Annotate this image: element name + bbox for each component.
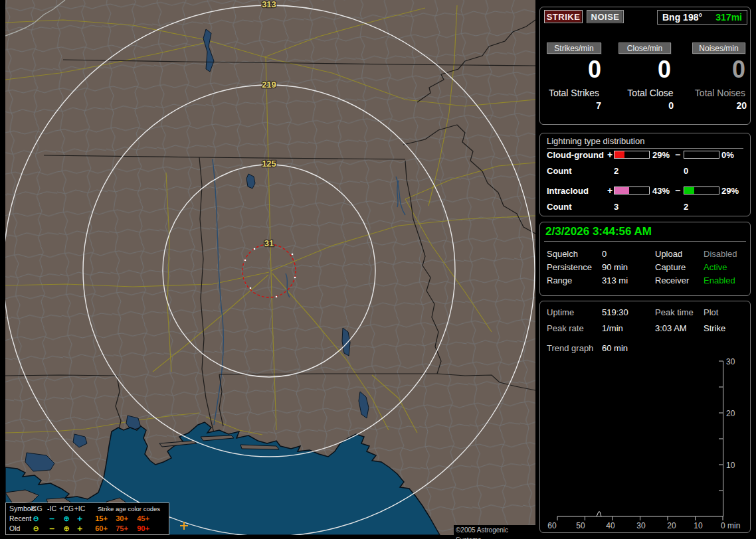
peak-rate-label: Peak rate (547, 323, 584, 333)
cg-count-label: Count (547, 166, 572, 176)
trend-graph-value: 60 min (602, 343, 628, 353)
copyright-bar: ©2005 Astrogenic Systems (454, 525, 535, 535)
total-strikes-label: Total Strikes (544, 88, 604, 98)
nexstorm-window: 313 219 125 31 Symbols -CG -IC +CG +IC S… (0, 0, 756, 539)
ic-minus-bar (684, 187, 719, 194)
squelch-label: Squelch (547, 249, 578, 259)
range-label: Range (547, 275, 572, 285)
ic-minus-pct: 29% (721, 186, 739, 196)
session-panel: Uptime 519:30 Peak time Plot Peak rate 1… (539, 301, 751, 533)
age-45: 45+ (136, 514, 151, 523)
trend-y-30: 30 (726, 357, 735, 366)
ring-label-31: 31 (264, 238, 274, 248)
distribution-panel: Lightning type distribution Cloud-ground… (539, 133, 751, 216)
trend-x-0min: 0 min (721, 521, 740, 529)
cg-plus-sign: + (607, 149, 613, 160)
map-legend: Symbols -CG -IC +CG +IC Strike age color… (5, 502, 169, 535)
cg-plus-count: 2 (614, 166, 618, 176)
peak-time-label: Peak time (655, 307, 694, 317)
upload-value: Disabled (704, 249, 737, 259)
trend-x-10: 10 (694, 521, 703, 529)
trend-spike (597, 512, 601, 516)
ring-label-125: 125 (262, 159, 276, 169)
ic-count-label: Count (547, 202, 572, 212)
ic-plus-bar-fill (614, 187, 629, 194)
uptime-value: 519:30 (602, 307, 628, 317)
trend-y-20: 20 (726, 409, 735, 418)
trend-x-50: 50 (576, 521, 585, 529)
legend-col-neg-cg: -CG (29, 504, 43, 513)
noise-button[interactable]: NOISE (587, 10, 624, 23)
age-30: 30+ (114, 514, 130, 523)
legend-col-neg-ic: -IC (45, 504, 59, 513)
noises-per-min-chip[interactable]: Noises/min (692, 42, 745, 54)
datetime-display: 2/3/2026 3:44:56 AM (545, 225, 652, 238)
cloud-ground-label: Cloud-ground (547, 150, 604, 160)
ic-plus-bar (614, 187, 650, 194)
total-close-value: 0 (620, 100, 674, 111)
noises-rate-value: 0 (692, 58, 745, 82)
ic-plus-sign: + (607, 185, 613, 196)
ic-minus-count: 2 (684, 202, 688, 212)
persistence-value: 90 min (602, 262, 628, 272)
plot-label: Plot (704, 307, 718, 317)
cg-plus-bar-fill (614, 151, 624, 158)
old-pos-ic-icon: + (72, 524, 87, 533)
range-value: 313 mi (602, 275, 628, 285)
trend-graph: 30 20 10 60 50 40 30 20 10 0 min (540, 352, 751, 529)
old-neg-cg-icon: ⊖ (29, 524, 43, 533)
intracloud-label: Intracloud (547, 186, 589, 196)
old-neg-ic-icon: − (45, 524, 59, 533)
trend-y-10: 10 (726, 461, 735, 470)
old-pos-cg-icon: ⊕ (59, 524, 74, 533)
total-noises-value: 20 (690, 100, 747, 111)
ic-plus-pct: 43% (652, 186, 670, 196)
recent-pos-ic-icon: + (72, 514, 87, 523)
trend-x-60: 60 (547, 521, 557, 529)
cg-plus-bar (614, 151, 650, 159)
ring-label-313: 313 (262, 0, 276, 9)
close-rate-value: 0 (618, 58, 671, 82)
receiver-label: Receiver (655, 275, 689, 285)
age-90: 90+ (136, 524, 151, 533)
cg-minus-pct: 0% (721, 150, 734, 160)
total-close-label: Total Close (620, 88, 680, 98)
trend-x-40: 40 (606, 521, 615, 529)
strikes-rate-value: 0 (547, 58, 601, 82)
legend-age-title: Strike age color codes (92, 504, 165, 513)
close-per-min-chip[interactable]: Close/min (618, 42, 671, 54)
legend-col-pos-cg: +CG (59, 504, 74, 513)
age-75: 75+ (114, 524, 130, 533)
receiver-value: Enabled (704, 275, 735, 285)
trend-graph-label: Trend graph (547, 343, 593, 353)
counter-panel: STRIKE NOISE Bng 198° 317mi Strikes/min … (539, 7, 751, 125)
ic-minus-sign: − (675, 185, 680, 196)
cg-plus-pct: 29% (652, 150, 670, 160)
recent-neg-cg-icon: ⊖ (29, 514, 43, 523)
trend-x-30: 30 (636, 521, 646, 529)
ring-label-219: 219 (262, 80, 276, 90)
plot-value: Strike (704, 323, 725, 333)
legend-col-pos-ic: +IC (72, 504, 87, 513)
persistence-label: Persistence (547, 262, 592, 272)
status-panel: 2/3/2026 3:44:56 AM Squelch 0 Upload Dis… (539, 222, 751, 296)
status-separator (544, 241, 746, 242)
total-strikes-value: 7 (544, 100, 601, 111)
strikes-per-min-chip[interactable]: Strikes/min (547, 42, 601, 54)
total-noises-label: Total Noises (690, 88, 750, 98)
recent-neg-ic-icon: − (45, 514, 59, 523)
cg-minus-bar (684, 151, 719, 159)
age-15: 15+ (94, 514, 109, 523)
upload-label: Upload (655, 249, 682, 259)
capture-label: Capture (655, 262, 686, 272)
lightning-map[interactable]: 313 219 125 31 (5, 0, 535, 535)
bearing-readout: Bng 198° 317mi (657, 10, 747, 25)
age-60: 60+ (94, 524, 109, 533)
distribution-title: Lightning type distribution (547, 136, 743, 149)
peak-rate-value: 1/min (602, 323, 623, 333)
bearing-label: Bng 198° (662, 12, 702, 23)
ic-minus-bar-fill (684, 187, 694, 194)
strike-button[interactable]: STRIKE (544, 10, 583, 23)
uptime-label: Uptime (547, 307, 574, 317)
trend-x-20: 20 (667, 521, 676, 529)
